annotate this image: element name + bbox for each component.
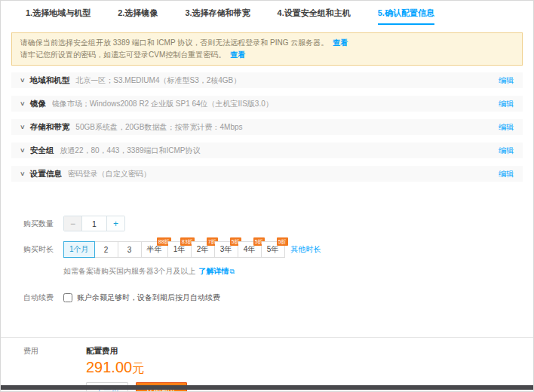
filing-note-text: 如需备案请购买国内服务器3个月及以上: [63, 267, 196, 275]
cvm-purchase-page: 1.选择地域与机型 2.选择镜像 3.选择存储和带宽 4.设置安全组和主机 5.…: [0, 0, 534, 392]
section-desc: 放通22，80，443，3389端口和ICMP协议: [60, 145, 499, 156]
duration-option-3year[interactable]: 5折 3年: [215, 241, 238, 258]
view-security-link[interactable]: 查看: [333, 38, 348, 47]
duration-option-label: 3年: [220, 244, 232, 255]
section-desc: 密码登录（自定义密码）: [68, 169, 499, 179]
steps-bar: 1.选择地域与机型 2.选择镜像 3.选择存储和带宽 4.设置安全组和主机 5.…: [1, 1, 533, 25]
duration-option-label: 半年: [147, 244, 162, 255]
step-tab-confirm[interactable]: 5.确认配置信息: [378, 8, 434, 25]
duration-option-1month[interactable]: 1个月: [63, 241, 95, 258]
duration-row: 购买时长 1个月 2 3 88折 半年 83折 1年 7折 2年: [1, 241, 533, 258]
section-security-row[interactable]: ∨ 安全组 放通22，80，443，3389端口和ICMP协议 编辑: [11, 142, 523, 158]
learn-more-link[interactable]: 了解详情⧉: [199, 267, 235, 275]
chevron-down-icon: ∨: [20, 77, 26, 84]
step-tab-image[interactable]: 2.选择镜像: [118, 8, 158, 23]
duration-option-label: 3: [127, 246, 132, 254]
duration-option-3[interactable]: 3: [118, 241, 142, 258]
section-title: 地域和机型: [30, 75, 70, 86]
config-fee-label: 配置费用: [86, 346, 187, 357]
window-bottom-edge: [1, 385, 533, 390]
duration-option-label: 4年: [244, 244, 256, 255]
notice-text: 请确保当前选择安全组开放 3389 端口和 ICMP 协议，否则无法远程登录和 …: [20, 38, 328, 47]
chevron-down-icon: ∨: [20, 170, 26, 177]
section-title: 安全组: [30, 145, 54, 156]
quantity-label: 购买数量: [23, 219, 63, 229]
fee-section: 费用 配置费用 291.00元 上一步 立即购买: [1, 338, 533, 392]
duration-option-4year[interactable]: 5折 4年: [238, 241, 262, 258]
step-tab-region[interactable]: 1.选择地域与机型: [26, 8, 91, 23]
edit-security-link[interactable]: 编辑: [499, 145, 514, 156]
config-summary: ∨ 地域和机型 北京一区；S3.MEDIUM4（标准型S3，2核4GB） 编辑 …: [1, 72, 533, 182]
auto-renewal-row: 自动续费 账户余额足够时，设备到期后按月自动续费: [1, 292, 533, 303]
section-title: 设置信息: [30, 169, 62, 179]
section-region-row[interactable]: ∨ 地域和机型 北京一区；S3.MEDIUM4（标准型S3，2核4GB） 编辑: [11, 72, 523, 88]
step-tab-security[interactable]: 4.设置安全组和主机: [278, 8, 351, 23]
price-amount: 291.00: [86, 359, 132, 375]
notice-line: 请确保当前选择安全组开放 3389 端口和 ICMP 协议，否则无法远程登录和 …: [20, 37, 514, 49]
auto-renewal-label: 自动续费: [23, 292, 63, 303]
section-desc: 50GB系统盘，20GB数据盘；按带宽计费：4Mbps: [75, 122, 499, 133]
chevron-down-icon: ∨: [20, 124, 26, 130]
auto-renew-checkbox[interactable]: [63, 293, 72, 302]
duration-option-label: 1个月: [69, 244, 89, 255]
edit-image-link[interactable]: 编辑: [499, 99, 514, 109]
section-storage-row[interactable]: ∨ 存储和带宽 50GB系统盘，20GB数据盘；按带宽计费：4Mbps 编辑: [11, 119, 523, 135]
auto-renew-option[interactable]: 账户余额足够时，设备到期后按月自动续费: [63, 292, 220, 303]
notice-line: 请牢记您所设置的密码，如遗忘可登录CVM控制台重置密码。查看: [20, 49, 514, 61]
notice-text: 请牢记您所设置的密码，如遗忘可登录CVM控制台重置密码。: [20, 51, 226, 59]
auto-renew-text: 账户余额足够时，设备到期后按月自动续费: [77, 292, 220, 303]
duration-option-2[interactable]: 2: [95, 241, 118, 258]
edit-settings-link[interactable]: 编辑: [499, 169, 514, 179]
edit-region-link[interactable]: 编辑: [499, 75, 514, 86]
section-desc: 镜像市场；Windows2008 R2 企业版 SP1 64位（主机宝IIS版3…: [52, 99, 499, 109]
external-link-icon: ⧉: [230, 268, 235, 275]
other-duration-link[interactable]: 其他时长: [291, 244, 321, 255]
duration-option-2year[interactable]: 7折 2年: [192, 241, 215, 258]
quantity-stepper: − +: [63, 216, 125, 231]
chevron-down-icon: ∨: [20, 147, 26, 154]
notice-box: 请确保当前选择安全组开放 3389 端口和 ICMP 协议，否则无法远程登录和 …: [11, 32, 523, 66]
step-tab-storage[interactable]: 3.选择存储和带宽: [185, 8, 250, 23]
duration-option-label: 2: [104, 246, 109, 254]
total-price: 291.00元: [86, 359, 187, 377]
learn-more-label: 了解详情: [199, 267, 229, 275]
duration-group: 1个月 2 3 88折 半年 83折 1年 7折 2年 5折 3年: [63, 241, 285, 258]
decrease-button[interactable]: −: [64, 216, 82, 231]
discount-badge: 5折: [277, 237, 288, 246]
duration-option-5year[interactable]: 5折 5年: [262, 241, 285, 258]
view-password-link[interactable]: 查看: [230, 51, 245, 59]
duration-option-label: 1年: [173, 244, 186, 255]
duration-option-1year[interactable]: 83折 1年: [168, 241, 192, 258]
section-title: 镜像: [30, 99, 46, 109]
section-image-row[interactable]: ∨ 镜像 镜像市场；Windows2008 R2 企业版 SP1 64位（主机宝…: [11, 96, 523, 112]
filing-note: 如需备案请购买国内服务器3个月及以上了解详情⧉: [63, 266, 533, 277]
section-desc: 北京一区；S3.MEDIUM4（标准型S3，2核4GB）: [75, 75, 499, 86]
edit-storage-link[interactable]: 编辑: [499, 122, 514, 133]
section-title: 存储和带宽: [30, 122, 70, 133]
duration-option-label: 5年: [267, 244, 279, 255]
duration-option-label: 2年: [197, 244, 209, 255]
duration-label: 购买时长: [23, 244, 63, 255]
quantity-row: 购买数量 − +: [1, 216, 533, 231]
quantity-input[interactable]: [82, 216, 106, 231]
duration-option-halfyear[interactable]: 88折 半年: [142, 241, 168, 258]
section-settings-row[interactable]: ∨ 设置信息 密码登录（自定义密码） 编辑: [11, 166, 523, 182]
chevron-down-icon: ∨: [20, 100, 26, 107]
increase-button[interactable]: +: [106, 216, 124, 231]
price-currency: 元: [132, 362, 144, 375]
